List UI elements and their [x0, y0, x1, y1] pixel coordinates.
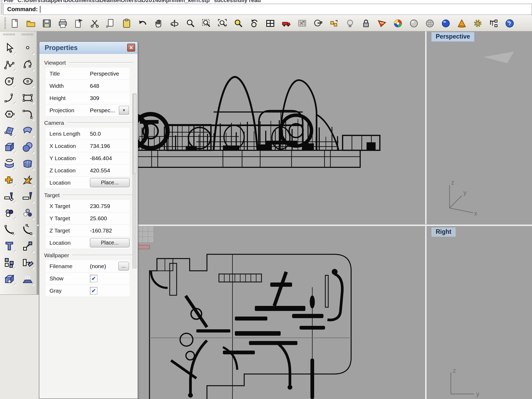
- x-target-value[interactable]: 230.759: [90, 203, 110, 209]
- x-location-value[interactable]: 734.196: [90, 143, 110, 149]
- surface-from-points-icon[interactable]: [2, 123, 17, 138]
- hide-objects-icon[interactable]: [312, 17, 324, 30]
- viewport-label-perspective[interactable]: Perspective: [431, 32, 474, 41]
- undo-icon[interactable]: [136, 17, 148, 30]
- circle-icon[interactable]: [2, 73, 17, 89]
- text-caret: [40, 6, 40, 13]
- swept-surface-icon[interactable]: [20, 123, 35, 138]
- open-file-icon[interactable]: [25, 17, 37, 30]
- fillet-surface-icon[interactable]: [20, 222, 35, 237]
- viewport-splitter-vertical[interactable]: [425, 31, 427, 399]
- move-icon[interactable]: [20, 238, 35, 254]
- cut-icon[interactable]: [89, 17, 101, 30]
- dimension-icon[interactable]: [488, 17, 500, 30]
- select-pointer-icon[interactable]: [2, 40, 17, 56]
- paste-icon[interactable]: [120, 17, 132, 30]
- viewport-layout-icon[interactable]: [264, 17, 276, 30]
- boolean-union-icon[interactable]: [2, 172, 17, 188]
- sphere-icon[interactable]: [20, 139, 35, 155]
- color-wheel-icon[interactable]: [392, 17, 404, 30]
- lights-icon[interactable]: [344, 17, 356, 30]
- z-location-value[interactable]: 420.554: [90, 167, 110, 174]
- z-target-value[interactable]: -160.782: [90, 227, 112, 234]
- rotate-view-icon[interactable]: [168, 17, 180, 30]
- property-row-x-target: X Target 230.759: [46, 200, 130, 212]
- hatch-icon[interactable]: [296, 17, 308, 30]
- polygon-icon[interactable]: [2, 106, 17, 122]
- command-history: File "C:\Users\Stapper\Documents\3Dealis…: [4, 0, 525, 3]
- chevron-down-icon[interactable]: ▼: [119, 106, 129, 115]
- flamingo-render-icon[interactable]: [376, 17, 388, 30]
- zoom-selected-icon[interactable]: [232, 17, 244, 30]
- camera-place-button[interactable]: Place...: [90, 178, 130, 187]
- drape-surface-icon[interactable]: [20, 271, 35, 287]
- import-file-icon[interactable]: [73, 17, 85, 30]
- browse-button[interactable]: ...: [118, 262, 129, 271]
- y-location-value[interactable]: -846.404: [90, 155, 112, 161]
- insert-block-icon[interactable]: [2, 255, 17, 270]
- side-toolbar-grips[interactable]: [0, 31, 37, 39]
- zoom-window-icon[interactable]: [200, 17, 212, 30]
- text-object-icon[interactable]: [2, 238, 17, 254]
- render-icon[interactable]: [440, 17, 452, 30]
- projection-value[interactable]: Perspec...: [90, 107, 115, 114]
- zoom-extents-icon[interactable]: [216, 17, 228, 30]
- wallpaper-filename-value[interactable]: (none): [90, 263, 106, 269]
- target-place-button[interactable]: Place...: [90, 238, 130, 247]
- xray-viewport-icon[interactable]: [424, 17, 436, 30]
- show-checkbox[interactable]: [90, 275, 97, 282]
- property-row-z-location: Z Location 420.554: [46, 164, 130, 177]
- viewport-title-value[interactable]: Perspective: [90, 70, 119, 77]
- trim-icon[interactable]: [2, 189, 17, 204]
- pan-view-icon[interactable]: [152, 17, 164, 30]
- properties-panel: Properties Viewport Title Perspective Wi…: [39, 41, 138, 399]
- explode-icon[interactable]: [20, 172, 35, 188]
- network-surface-icon[interactable]: [20, 156, 35, 171]
- copy-icon[interactable]: [105, 17, 117, 30]
- edit-layers-icon[interactable]: [328, 17, 340, 30]
- side-toolbar-icons: [0, 39, 37, 287]
- undo-view-change-icon[interactable]: [248, 17, 260, 30]
- properties-panel-title: Properties: [45, 44, 78, 52]
- viewport-label-right[interactable]: Right: [431, 227, 456, 237]
- box-icon[interactable]: [2, 139, 17, 155]
- ellipse-icon[interactable]: [20, 73, 35, 89]
- new-file-icon[interactable]: [9, 17, 21, 30]
- blend-icon[interactable]: [2, 205, 17, 221]
- property-row-title: Title Perspective: [46, 68, 130, 80]
- split-icon[interactable]: [20, 189, 35, 204]
- viewport-width-value[interactable]: 648: [90, 83, 99, 89]
- lens-length-value[interactable]: 50.0: [90, 131, 101, 137]
- boolean-difference-icon[interactable]: [2, 271, 17, 287]
- viewport-height-value[interactable]: 309: [90, 95, 99, 101]
- shaded-viewport-icon[interactable]: [408, 17, 420, 30]
- render-cone-icon[interactable]: [456, 17, 468, 30]
- lock-objects-icon[interactable]: [360, 17, 372, 30]
- gray-checkbox[interactable]: [90, 287, 97, 294]
- command-prompt-label: Command:: [7, 6, 38, 13]
- y-target-value[interactable]: 25.600: [90, 215, 107, 222]
- loft-surface-icon[interactable]: [2, 156, 17, 171]
- help-icon[interactable]: ?: [504, 17, 516, 30]
- panel-scrollbar[interactable]: [132, 94, 136, 268]
- leader-icon[interactable]: [20, 255, 35, 270]
- transport-icon[interactable]: [280, 17, 292, 30]
- control-point-curve-icon[interactable]: [20, 57, 35, 72]
- match-icon[interactable]: [20, 205, 35, 221]
- command-input[interactable]: Command:: [3, 4, 532, 15]
- rounded-curve-icon[interactable]: [20, 106, 35, 122]
- print-icon[interactable]: [57, 17, 69, 30]
- rectangle-icon[interactable]: [20, 90, 35, 105]
- arc-icon[interactable]: [2, 90, 17, 105]
- properties-panel-titlebar[interactable]: Properties: [39, 42, 138, 54]
- single-point-icon[interactable]: [20, 40, 35, 56]
- polyline-icon[interactable]: [2, 57, 17, 72]
- zoom-dynamic-icon[interactable]: [184, 17, 196, 30]
- property-row-width: Width 648: [46, 80, 130, 92]
- toolbar-grip[interactable]: [4, 18, 6, 29]
- close-icon[interactable]: [127, 44, 135, 52]
- command-area-grip[interactable]: [1, 1, 3, 15]
- fillet-curve-icon[interactable]: [2, 222, 17, 237]
- options-icon[interactable]: [472, 17, 484, 30]
- save-file-icon[interactable]: [41, 17, 53, 30]
